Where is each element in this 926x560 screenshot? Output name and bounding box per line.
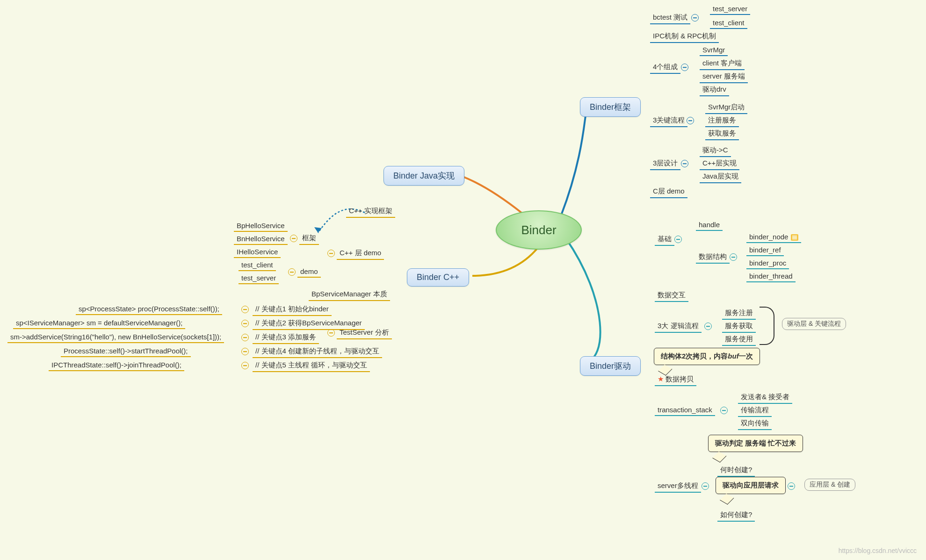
toggle-icon[interactable]: [241, 334, 249, 341]
ts-code5: IPCThreadState::self()->joinThreadPool()…: [49, 360, 184, 371]
toggle-icon[interactable]: [691, 14, 699, 22]
ts-2: 双向传输: [738, 418, 772, 430]
toggle-icon[interactable]: [788, 482, 795, 490]
toggle-icon[interactable]: [720, 407, 728, 414]
handle: handle: [696, 220, 723, 231]
mt-when: 何时创建?: [717, 465, 755, 477]
struct2: binder_proc: [746, 258, 789, 269]
toggle-icon[interactable]: [681, 64, 688, 71]
ts-code3: sm->addService(String16("hello"), new Bn…: [7, 332, 224, 343]
comp-2: server 服务端: [700, 71, 748, 83]
toggle-icon[interactable]: [288, 268, 296, 276]
exchange: 数据交互: [655, 290, 688, 302]
mt-callout2: 驱动向应用层请求: [716, 477, 786, 494]
test-client: test_client: [239, 260, 276, 271]
copy: ★数据拷贝: [655, 374, 696, 386]
test-server: test_server: [239, 273, 279, 284]
toggle-icon[interactable]: [687, 117, 694, 124]
copy-callout: 结构体2次拷贝，内容buf一次: [654, 348, 760, 365]
server-mt[interactable]: server多线程: [655, 481, 701, 493]
layers[interactable]: 3层设计: [650, 158, 680, 170]
toggle-icon[interactable]: [327, 329, 335, 337]
note-icon: [791, 234, 798, 241]
basic[interactable]: 基础: [655, 234, 674, 246]
mt-tag: 应用层 & 创建: [804, 479, 855, 491]
ts-0: 发送者& 接受者: [738, 392, 792, 404]
toggle-icon[interactable]: [290, 235, 297, 242]
layer-1: C++层实现: [700, 158, 739, 170]
brace-icon: [760, 307, 774, 345]
cpp-demo-framework[interactable]: 框架: [299, 233, 319, 245]
bctest-0: test_server: [710, 4, 750, 15]
components[interactable]: 4个组成: [650, 62, 680, 74]
cpp-demo-demo[interactable]: demo: [297, 266, 321, 278]
toggle-icon[interactable]: [241, 320, 249, 327]
ipc: IPC机制 & RPC机制: [650, 31, 719, 43]
ts-note2: // 关键点2 获得BpServiceManager: [253, 318, 365, 330]
branch-driver[interactable]: Binder驱动: [580, 356, 641, 376]
toggle-icon[interactable]: [702, 482, 709, 490]
mt-callout1: 驱动判定 服务端 忙不过来: [708, 435, 803, 452]
branch-cpp[interactable]: Binder C++: [407, 268, 469, 287]
comp-3: 驱动drv: [700, 84, 729, 96]
root-node[interactable]: Binder: [496, 210, 582, 250]
layer-0: 驱动->C: [700, 145, 731, 157]
struct3: binder_thread: [746, 271, 796, 282]
toggle-icon[interactable]: [241, 306, 249, 313]
flow-1: 注册服务: [705, 115, 739, 127]
toggle-icon[interactable]: [674, 236, 682, 243]
i-hello: IHelloService: [234, 247, 281, 258]
ts-code4: ProcessState::self()->startThreadPool();: [61, 346, 191, 357]
toggle-icon[interactable]: [241, 362, 249, 369]
comp-0: SvrMgr: [700, 45, 728, 56]
logic-tag: 驱动层 & 关键流程: [782, 318, 846, 330]
ts-note5: // 关键点5 主线程 循环，与驱动交互: [253, 360, 370, 372]
cdemo: C层 demo: [650, 186, 687, 198]
logic0: 服务注册: [722, 308, 756, 320]
bn-hello: BnHelloService: [234, 234, 288, 245]
toggle-icon[interactable]: [327, 250, 335, 257]
flows[interactable]: 3关键流程: [650, 115, 687, 127]
flow-2: 获取服务: [705, 128, 739, 140]
ts-code2: sp<IServiceManager> sm = defaultServiceM…: [13, 318, 185, 329]
star-icon: ★: [658, 375, 664, 383]
bctest[interactable]: bctest 测试: [650, 12, 690, 24]
tstack[interactable]: transaction_stack: [655, 405, 715, 416]
struct1: binder_ref: [746, 245, 784, 256]
layer-2: Java层实现: [700, 171, 741, 183]
comp-1: client 客户端: [700, 58, 745, 70]
toggle-icon[interactable]: [730, 253, 737, 261]
ts-code1: sp<ProcessState> proc(ProcessState::self…: [76, 304, 222, 315]
branch-framework[interactable]: Binder框架: [580, 97, 641, 117]
ts-1: 传输流程: [738, 405, 772, 417]
cpp-fr-label: C++ 实现框架: [346, 206, 395, 218]
toggle-icon[interactable]: [241, 348, 249, 355]
logic2: 服务使用: [722, 334, 756, 346]
branch-java[interactable]: Binder Java实现: [383, 166, 464, 186]
toggle-icon[interactable]: [681, 160, 688, 167]
bctest-1: test_client: [710, 18, 747, 29]
cpp-demo[interactable]: C++ 层 demo: [337, 248, 384, 260]
flow-0: SvrMgr启动: [705, 102, 747, 114]
bp-hello: BpHelloService: [234, 221, 288, 232]
logic[interactable]: 3大 逻辑流程: [655, 321, 702, 333]
svg-marker-0: [314, 227, 322, 233]
watermark: https://blog.csdn.net/vviccc: [839, 547, 917, 554]
bp-sm: BpServiceManager 本质: [309, 289, 390, 301]
ts-note3: // 关键点3 添加服务: [253, 332, 319, 344]
logic1: 服务获取: [722, 321, 756, 333]
struct0: binder_node: [746, 232, 801, 243]
ts-note4: // 关键点4 创建新的子线程，与驱动交互: [253, 346, 382, 358]
ts-note1: // 关键点1 初始化binder: [253, 304, 332, 316]
toggle-icon[interactable]: [704, 323, 712, 330]
struct[interactable]: 数据结构: [696, 251, 730, 264]
mt-how: 如何创建?: [717, 510, 755, 522]
